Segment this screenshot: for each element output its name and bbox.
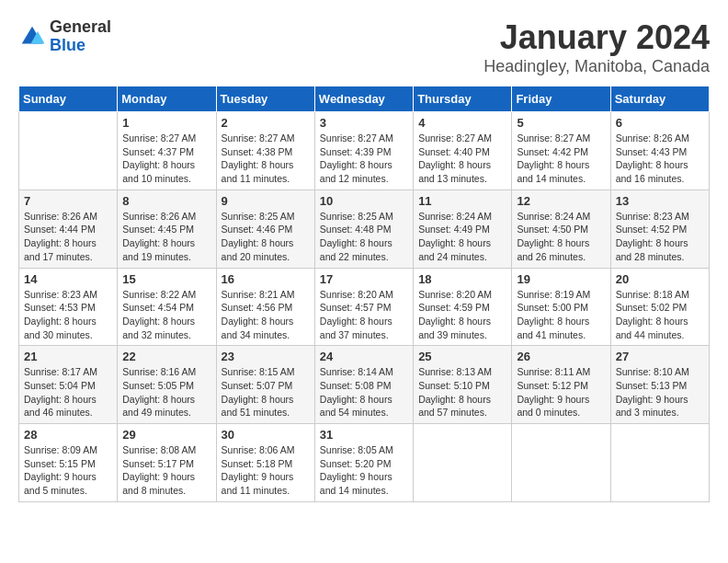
week-row-1: 7Sunrise: 8:26 AM Sunset: 4:44 PM Daylig…	[19, 190, 710, 268]
day-number: 30	[222, 428, 310, 442]
day-info: Sunrise: 8:22 AM Sunset: 4:54 PM Dayligh…	[122, 288, 210, 342]
calendar-cell: 25Sunrise: 8:13 AM Sunset: 5:10 PM Dayli…	[414, 346, 512, 424]
header-day-tuesday: Tuesday	[216, 86, 314, 112]
day-number: 3	[320, 116, 408, 130]
day-number: 6	[616, 116, 704, 130]
calendar-cell: 21Sunrise: 8:17 AM Sunset: 5:04 PM Dayli…	[19, 346, 118, 424]
day-info: Sunrise: 8:25 AM Sunset: 4:46 PM Dayligh…	[222, 210, 310, 264]
day-number: 12	[517, 194, 605, 208]
day-info: Sunrise: 8:09 AM Sunset: 5:15 PM Dayligh…	[24, 443, 112, 498]
calendar-cell: 23Sunrise: 8:15 AM Sunset: 5:07 PM Dayli…	[216, 346, 314, 424]
day-info: Sunrise: 8:26 AM Sunset: 4:44 PM Dayligh…	[24, 210, 112, 264]
logo-general: General	[50, 18, 111, 37]
day-info: Sunrise: 8:24 AM Sunset: 4:50 PM Dayligh…	[517, 210, 605, 264]
main-title: January 2024	[483, 18, 710, 57]
logo-icon	[18, 23, 46, 51]
week-row-2: 14Sunrise: 8:23 AM Sunset: 4:53 PM Dayli…	[19, 268, 710, 346]
day-info: Sunrise: 8:08 AM Sunset: 5:17 PM Dayligh…	[122, 443, 210, 498]
day-info: Sunrise: 8:15 AM Sunset: 5:07 PM Dayligh…	[222, 365, 310, 419]
day-number: 14	[24, 272, 112, 286]
calendar-cell: 26Sunrise: 8:11 AM Sunset: 5:12 PM Dayli…	[512, 346, 610, 424]
day-number: 27	[616, 350, 704, 363]
day-number: 5	[517, 116, 605, 130]
day-info: Sunrise: 8:26 AM Sunset: 4:43 PM Dayligh…	[616, 132, 704, 186]
calendar-cell: 1Sunrise: 8:27 AM Sunset: 4:37 PM Daylig…	[118, 112, 216, 190]
page-header: General Blue January 2024 Headingley, Ma…	[18, 18, 710, 76]
day-number: 21	[24, 350, 112, 363]
header-day-wednesday: Wednesday	[314, 86, 413, 112]
day-number: 25	[418, 350, 506, 363]
day-info: Sunrise: 8:26 AM Sunset: 4:45 PM Dayligh…	[122, 210, 210, 264]
day-number: 20	[616, 272, 704, 286]
header-day-thursday: Thursday	[414, 86, 512, 112]
calendar-cell: 7Sunrise: 8:26 AM Sunset: 4:44 PM Daylig…	[19, 190, 118, 268]
header-day-monday: Monday	[118, 86, 216, 112]
day-number: 26	[517, 350, 605, 363]
calendar-cell: 12Sunrise: 8:24 AM Sunset: 4:50 PM Dayli…	[512, 190, 610, 268]
day-number: 23	[222, 350, 310, 363]
day-number: 18	[418, 272, 506, 286]
day-info: Sunrise: 8:23 AM Sunset: 4:53 PM Dayligh…	[24, 288, 112, 342]
day-info: Sunrise: 8:19 AM Sunset: 5:00 PM Dayligh…	[517, 288, 605, 342]
calendar-cell: 5Sunrise: 8:27 AM Sunset: 4:42 PM Daylig…	[512, 112, 610, 190]
day-info: Sunrise: 8:18 AM Sunset: 5:02 PM Dayligh…	[616, 288, 704, 342]
day-info: Sunrise: 8:06 AM Sunset: 5:18 PM Dayligh…	[222, 443, 310, 498]
header-day-sunday: Sunday	[19, 86, 118, 112]
day-info: Sunrise: 8:16 AM Sunset: 5:05 PM Dayligh…	[122, 365, 210, 419]
calendar-cell: 28Sunrise: 8:09 AM Sunset: 5:15 PM Dayli…	[19, 424, 118, 502]
calendar-cell: 14Sunrise: 8:23 AM Sunset: 4:53 PM Dayli…	[19, 268, 118, 346]
week-row-0: 1Sunrise: 8:27 AM Sunset: 4:37 PM Daylig…	[19, 112, 710, 190]
day-number: 29	[122, 428, 210, 442]
calendar-cell: 16Sunrise: 8:21 AM Sunset: 4:56 PM Dayli…	[216, 268, 314, 346]
logo: General Blue	[18, 18, 111, 55]
day-number: 22	[122, 350, 210, 363]
day-number: 16	[222, 272, 310, 286]
logo-blue: Blue	[50, 37, 111, 55]
calendar-cell: 13Sunrise: 8:23 AM Sunset: 4:52 PM Dayli…	[610, 190, 709, 268]
day-number: 9	[222, 194, 310, 208]
calendar-cell	[19, 112, 118, 190]
day-info: Sunrise: 8:10 AM Sunset: 5:13 PM Dayligh…	[616, 365, 704, 419]
day-info: Sunrise: 8:11 AM Sunset: 5:12 PM Dayligh…	[517, 365, 605, 419]
title-area: January 2024 Headingley, Manitoba, Canad…	[483, 18, 710, 76]
day-number: 24	[320, 350, 408, 363]
day-number: 31	[320, 428, 408, 442]
calendar-cell: 17Sunrise: 8:20 AM Sunset: 4:57 PM Dayli…	[314, 268, 413, 346]
calendar-cell: 8Sunrise: 8:26 AM Sunset: 4:45 PM Daylig…	[118, 190, 216, 268]
calendar-header: SundayMondayTuesdayWednesdayThursdayFrid…	[19, 86, 710, 112]
calendar-cell: 4Sunrise: 8:27 AM Sunset: 4:40 PM Daylig…	[414, 112, 512, 190]
calendar-cell: 22Sunrise: 8:16 AM Sunset: 5:05 PM Dayli…	[118, 346, 216, 424]
week-row-3: 21Sunrise: 8:17 AM Sunset: 5:04 PM Dayli…	[19, 346, 710, 424]
sub-title: Headingley, Manitoba, Canada	[483, 57, 710, 76]
day-info: Sunrise: 8:24 AM Sunset: 4:49 PM Dayligh…	[418, 210, 506, 264]
day-info: Sunrise: 8:20 AM Sunset: 4:59 PM Dayligh…	[418, 288, 506, 342]
day-info: Sunrise: 8:17 AM Sunset: 5:04 PM Dayligh…	[24, 365, 112, 419]
calendar-cell: 20Sunrise: 8:18 AM Sunset: 5:02 PM Dayli…	[610, 268, 709, 346]
day-number: 19	[517, 272, 605, 286]
calendar-cell: 30Sunrise: 8:06 AM Sunset: 5:18 PM Dayli…	[216, 424, 314, 502]
calendar-cell: 9Sunrise: 8:25 AM Sunset: 4:46 PM Daylig…	[216, 190, 314, 268]
day-number: 8	[122, 194, 210, 208]
day-info: Sunrise: 8:05 AM Sunset: 5:20 PM Dayligh…	[320, 443, 408, 498]
header-day-saturday: Saturday	[610, 86, 709, 112]
day-number: 11	[418, 194, 506, 208]
calendar-cell: 27Sunrise: 8:10 AM Sunset: 5:13 PM Dayli…	[610, 346, 709, 424]
day-number: 13	[616, 194, 704, 208]
day-info: Sunrise: 8:27 AM Sunset: 4:39 PM Dayligh…	[320, 132, 408, 186]
calendar-cell: 15Sunrise: 8:22 AM Sunset: 4:54 PM Dayli…	[118, 268, 216, 346]
day-info: Sunrise: 8:27 AM Sunset: 4:40 PM Dayligh…	[418, 132, 506, 186]
day-info: Sunrise: 8:20 AM Sunset: 4:57 PM Dayligh…	[320, 288, 408, 342]
calendar-cell: 10Sunrise: 8:25 AM Sunset: 4:48 PM Dayli…	[314, 190, 413, 268]
calendar-cell	[512, 424, 610, 502]
day-number: 2	[222, 116, 310, 130]
day-number: 7	[24, 194, 112, 208]
day-info: Sunrise: 8:13 AM Sunset: 5:10 PM Dayligh…	[418, 365, 506, 419]
day-info: Sunrise: 8:23 AM Sunset: 4:52 PM Dayligh…	[616, 210, 704, 264]
calendar-table: SundayMondayTuesdayWednesdayThursdayFrid…	[18, 86, 710, 502]
day-info: Sunrise: 8:27 AM Sunset: 4:38 PM Dayligh…	[222, 132, 310, 186]
day-info: Sunrise: 8:27 AM Sunset: 4:37 PM Dayligh…	[122, 132, 210, 186]
header-row: SundayMondayTuesdayWednesdayThursdayFrid…	[19, 86, 710, 112]
calendar-cell	[414, 424, 512, 502]
day-number: 15	[122, 272, 210, 286]
day-info: Sunrise: 8:25 AM Sunset: 4:48 PM Dayligh…	[320, 210, 408, 264]
